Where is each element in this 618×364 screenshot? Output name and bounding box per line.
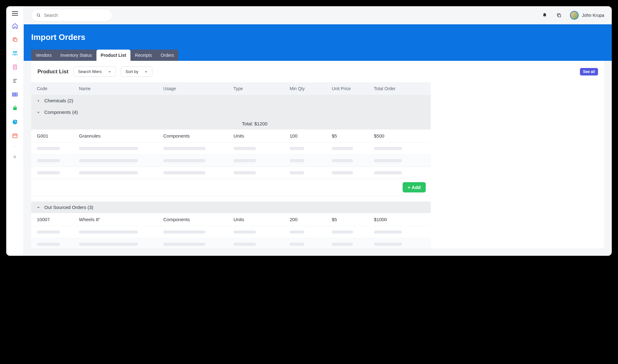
- th-totalorder: Total Order: [368, 82, 431, 95]
- tab-vendors[interactable]: Vendors: [31, 50, 56, 61]
- panel: Product List Search filters Sort by See …: [31, 61, 604, 248]
- svg-rect-12: [15, 92, 16, 96]
- cell-minqty: 200: [284, 213, 326, 226]
- skeleton-row: [31, 226, 431, 238]
- search-filters-dropdown[interactable]: Search filters: [73, 66, 116, 77]
- svg-rect-14: [17, 92, 17, 96]
- th-name: Name: [73, 82, 158, 95]
- svg-point-1: [13, 51, 15, 53]
- svg-point-2: [15, 51, 17, 53]
- tab-inventory-status[interactable]: Inventory Status: [56, 50, 96, 61]
- username: John Krupa: [582, 13, 604, 18]
- cell-total: $500: [368, 129, 431, 143]
- th-type: Type: [228, 82, 284, 95]
- tabs: Vendors Inventory Status Product List Re…: [31, 50, 604, 61]
- shop-icon[interactable]: [12, 105, 18, 112]
- document-icon[interactable]: [12, 64, 18, 70]
- menu-toggle[interactable]: [12, 11, 18, 16]
- svg-rect-10: [12, 92, 13, 96]
- svg-point-19: [37, 14, 40, 16]
- skeleton-row: [31, 238, 431, 248]
- cell-usage: Components: [158, 129, 228, 143]
- search-icon: [37, 13, 41, 17]
- th-code: Code: [31, 82, 73, 95]
- svg-rect-11: [13, 92, 14, 96]
- svg-line-20: [39, 16, 40, 17]
- main: John Krupa Import Orders Vendors Invento…: [24, 6, 612, 256]
- group-chemicals[interactable]: Chemicals (2): [31, 95, 431, 106]
- cell-usage: Components: [158, 213, 228, 226]
- skeleton-row: [31, 167, 431, 179]
- chevron-down-icon: [37, 111, 40, 114]
- sidebar: D: [6, 6, 24, 256]
- group-icon[interactable]: [12, 50, 18, 57]
- group-label-text: Chemicals (2): [44, 98, 73, 103]
- dropdown-label: Sort by: [125, 69, 138, 74]
- see-all-button[interactable]: See all: [580, 68, 598, 75]
- cell-code: 10007: [31, 213, 73, 226]
- user-menu[interactable]: John Krupa: [570, 11, 604, 20]
- panel-toolbar: Product List Search filters Sort by See …: [31, 61, 604, 82]
- group-label-text: Out Sourced Orders (3): [44, 205, 93, 210]
- tab-orders[interactable]: Orders: [156, 50, 179, 61]
- cell-name: Grannules: [73, 129, 158, 143]
- cell-unitprice: $5: [326, 213, 368, 226]
- cell-code: G001: [31, 129, 73, 143]
- chevron-down-icon: [108, 70, 111, 73]
- sidebar-divider: [12, 146, 18, 146]
- svg-rect-15: [13, 134, 17, 138]
- bell-icon[interactable]: [541, 12, 548, 19]
- group-total: Total: $1200: [242, 118, 431, 129]
- sidebar-letter[interactable]: D: [14, 155, 16, 159]
- copy-icon[interactable]: [12, 36, 18, 43]
- chevron-right-icon: [37, 99, 40, 102]
- th-unitprice: Unit Price: [326, 82, 368, 95]
- cell-type: Units: [228, 129, 284, 143]
- tab-receipts[interactable]: Receipts: [130, 50, 156, 61]
- copy-icon-top[interactable]: [556, 12, 562, 19]
- cell-name: Wheels 8": [73, 213, 158, 226]
- skeleton-row: [31, 143, 431, 155]
- add-button[interactable]: + Add: [403, 182, 426, 192]
- product-table: Code Name Usage Type Min Qty Unit Price …: [31, 82, 604, 248]
- group-label-text: Components (4): [44, 109, 78, 115]
- dropdown-label: Search filters: [78, 69, 102, 74]
- list-icon[interactable]: [12, 77, 18, 84]
- spacer: [31, 196, 431, 201]
- home-icon[interactable]: [12, 22, 18, 29]
- calendar-icon[interactable]: [12, 132, 18, 139]
- panel-title: Product List: [37, 69, 68, 75]
- cell-unitprice: $5: [326, 129, 368, 143]
- search-input[interactable]: [44, 13, 107, 18]
- cell-total: $1000: [368, 213, 431, 226]
- cell-type: Units: [228, 213, 284, 226]
- svg-rect-0: [14, 39, 17, 41]
- piechart-icon[interactable]: [12, 119, 18, 125]
- page-title: Import Orders: [31, 32, 604, 42]
- search-field[interactable]: [31, 9, 112, 22]
- svg-rect-21: [558, 14, 561, 17]
- tab-product-list[interactable]: Product List: [96, 50, 131, 61]
- topbar-right: John Krupa: [541, 11, 604, 20]
- app-frame: D John Krupa Im: [6, 6, 612, 256]
- chevron-down-icon: [37, 206, 40, 209]
- cell-minqty: 100: [284, 129, 326, 143]
- barcode-icon[interactable]: [12, 91, 18, 98]
- th-usage: Usage: [158, 82, 228, 95]
- topbar: John Krupa: [24, 6, 612, 24]
- th-minqty: Min Qty: [284, 82, 326, 95]
- group-components[interactable]: Components (4) Total: $1200: [31, 106, 431, 129]
- group-outsourced[interactable]: Out Sourced Orders (3): [31, 201, 431, 213]
- chevron-down-icon: [145, 70, 148, 73]
- sort-by-dropdown[interactable]: Sort by: [121, 66, 152, 77]
- avatar: [570, 11, 579, 20]
- page-header: Import Orders Vendors Inventory Status P…: [24, 24, 612, 61]
- skeleton-row: [31, 155, 431, 167]
- add-row: + Add: [31, 179, 431, 196]
- svg-rect-13: [16, 92, 17, 96]
